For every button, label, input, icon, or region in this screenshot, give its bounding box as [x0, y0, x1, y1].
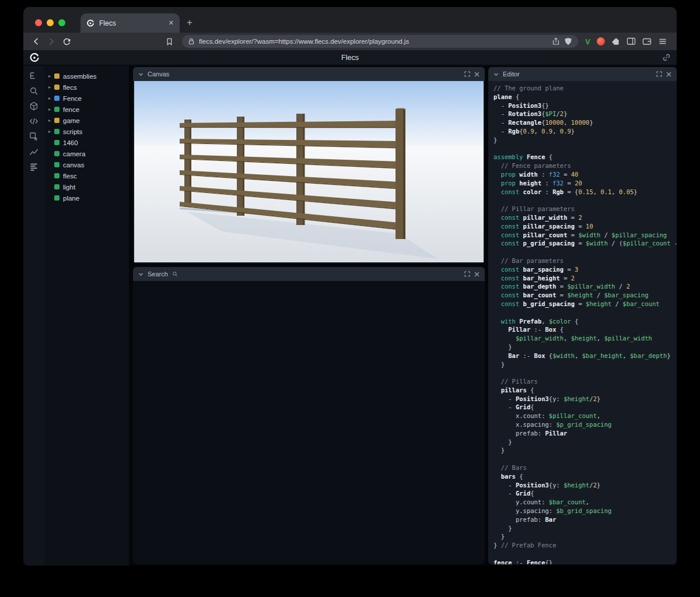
code-line: pillars {	[494, 386, 677, 395]
code-line	[494, 145, 677, 153]
tree-item-label: 1460	[63, 139, 78, 146]
chevron-right-icon[interactable]: ▸	[48, 85, 54, 90]
forward-icon[interactable]	[44, 34, 58, 48]
tree-item[interactable]: ▸fence	[44, 104, 129, 115]
tree-item-label: canvas	[63, 161, 84, 168]
flecs-logo-icon	[29, 52, 40, 63]
adblock-icon[interactable]	[597, 37, 605, 45]
tree-item[interactable]: ▸Fence	[44, 93, 129, 104]
canvas-panel-header[interactable]: Canvas	[133, 67, 485, 81]
tree-item[interactable]: light	[44, 181, 129, 192]
memory-icon[interactable]	[29, 162, 38, 171]
chevron-right-icon[interactable]: ▸	[48, 107, 54, 112]
code-line: prop width : f32 = 40	[494, 170, 677, 179]
code-content[interactable]: // The ground planeplane { - Position3{}…	[488, 81, 677, 564]
editor-panel: Editor // The ground planeplane { - Posi…	[488, 67, 677, 564]
tab-title: Flecs	[99, 19, 164, 27]
code-line: fence :- Fence{}	[494, 559, 677, 564]
chevron-right-icon[interactable]: ▸	[48, 73, 54, 79]
minimize-window-button[interactable]	[47, 19, 54, 26]
code-line: }	[494, 343, 677, 352]
code-line: const pillar_width = 2	[494, 213, 677, 222]
url-bar[interactable]: flecs.dev/explorer/?wasm=https://www.fle…	[182, 35, 578, 48]
menu-icon[interactable]	[658, 37, 667, 46]
lock-icon	[188, 38, 195, 45]
zoom-window-button[interactable]	[58, 19, 65, 26]
sidebar-panel-icon[interactable]	[626, 37, 636, 46]
code-line: }	[494, 524, 677, 533]
brave-shield-icon[interactable]	[564, 37, 572, 45]
browser-window: Flecs ✕ + flecs.dev/explorer/?wasm=http	[23, 7, 677, 566]
entity-color-swatch	[54, 151, 60, 156]
code-line: }	[494, 360, 677, 369]
tree-item[interactable]: plane	[44, 192, 129, 203]
wallet-icon[interactable]	[642, 37, 652, 46]
share-icon[interactable]	[552, 37, 560, 45]
tree-item[interactable]: flesc	[44, 170, 129, 181]
code-line: prefab: Bar	[494, 515, 677, 524]
entity-color-swatch	[54, 96, 60, 101]
code-line: plane {	[494, 93, 677, 101]
tree-item[interactable]: ▸scripts	[44, 126, 129, 137]
tree-item-label: fence	[63, 106, 79, 113]
code-line: const color : Rgb = {0.15, 0.1, 0.05}	[494, 188, 677, 196]
code-icon[interactable]	[29, 117, 38, 126]
close-panel-icon[interactable]	[474, 72, 480, 77]
chevron-right-icon[interactable]: ▸	[48, 129, 54, 134]
stats-icon[interactable]	[29, 147, 38, 156]
entity-color-swatch	[54, 162, 60, 167]
search-icon[interactable]	[29, 86, 38, 96]
code-line: Pillar :- Box {	[494, 325, 677, 334]
code-line: prop height : f32 = 20	[494, 179, 677, 188]
code-line: } // Prefab Fence	[494, 541, 677, 550]
tree-item[interactable]: 1460	[44, 137, 129, 148]
chevron-right-icon[interactable]: ▸	[48, 118, 54, 123]
code-line: - Grid{	[494, 489, 677, 498]
tree-item[interactable]: canvas	[44, 159, 129, 170]
inspector-icon[interactable]	[29, 132, 38, 141]
editor-panel-header[interactable]: Editor	[488, 67, 677, 81]
tree-item-label: flecs	[63, 84, 77, 91]
code-line: - Rotation3{$PI/2}	[494, 110, 677, 118]
chevron-right-icon[interactable]: ▸	[48, 96, 54, 101]
entity-color-swatch	[54, 118, 60, 123]
browser-tab[interactable]: Flecs ✕	[80, 13, 180, 33]
extension-icons: V	[585, 37, 667, 46]
bookmark-icon[interactable]	[162, 34, 176, 48]
entities-cube-icon[interactable]	[29, 101, 38, 111]
close-panel-icon[interactable]	[666, 72, 671, 77]
reload-icon[interactable]	[60, 34, 74, 48]
tab-close-icon[interactable]: ✕	[169, 19, 174, 27]
code-line: }	[494, 446, 677, 455]
code-line: // Bar parameters	[494, 257, 677, 265]
chevron-down-icon[interactable]	[494, 72, 499, 77]
outliner-icon[interactable]	[29, 71, 38, 80]
expand-panel-icon[interactable]	[656, 71, 662, 77]
expand-panel-icon[interactable]	[464, 71, 470, 77]
link-icon[interactable]	[662, 53, 671, 62]
tree-item[interactable]: camera	[44, 148, 129, 159]
code-line: bars {	[494, 472, 677, 481]
back-icon[interactable]	[29, 34, 43, 48]
new-tab-button[interactable]: +	[187, 17, 192, 27]
tree-item[interactable]: ▸flecs	[44, 82, 129, 93]
code-line: y.count: $bar_count,	[494, 498, 677, 507]
canvas-3d-viewport[interactable]	[134, 81, 484, 262]
entity-color-swatch	[54, 129, 60, 134]
tree-item-label: Fence	[63, 95, 82, 102]
code-line: y.spacing: $b_grid_spacing	[494, 507, 677, 515]
code-line	[494, 308, 677, 317]
extensions-puzzle-icon[interactable]	[611, 37, 620, 46]
entity-color-swatch	[54, 184, 60, 189]
close-window-button[interactable]	[35, 19, 42, 26]
editor-panel-title: Editor	[503, 71, 520, 78]
tree-item[interactable]: ▸game	[44, 115, 129, 126]
chevron-down-icon[interactable]	[138, 272, 144, 277]
close-panel-icon[interactable]	[474, 272, 480, 277]
v-extension-icon[interactable]: V	[585, 37, 590, 46]
chevron-down-icon[interactable]	[138, 72, 144, 77]
search-panel-header[interactable]: Search	[133, 267, 485, 281]
tree-item-label: camera	[63, 150, 85, 157]
tree-item[interactable]: ▸assemblies	[44, 71, 129, 82]
expand-panel-icon[interactable]	[464, 271, 470, 277]
